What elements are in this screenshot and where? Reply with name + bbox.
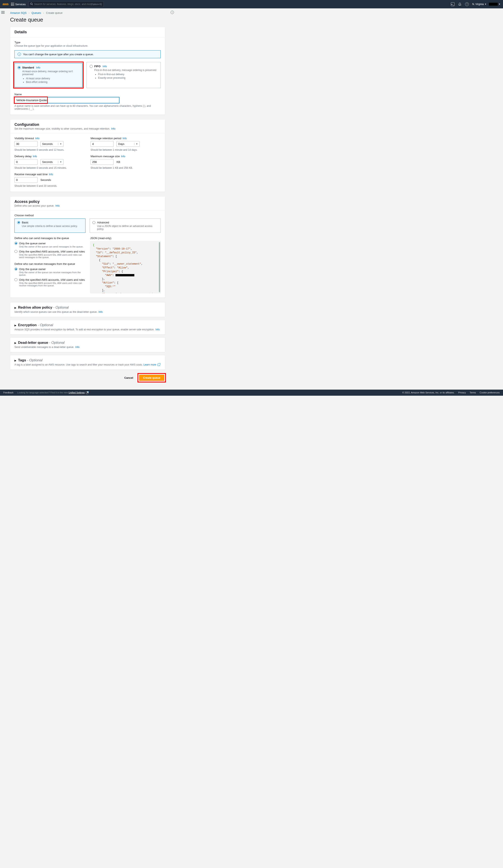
info-link[interactable]: Info bbox=[35, 137, 39, 140]
delivery-delay-input[interactable] bbox=[14, 159, 38, 165]
choose-method-label: Choose method bbox=[14, 214, 161, 217]
info-link[interactable]: Info bbox=[75, 346, 79, 349]
type-info-text: You can't change the queue type after yo… bbox=[23, 53, 94, 56]
caret-right-icon: ▶ bbox=[14, 324, 16, 327]
right-panel-toggle[interactable]: i bbox=[169, 8, 175, 390]
caret-down-icon: ▼ bbox=[485, 3, 486, 5]
seconds-label: Seconds bbox=[40, 178, 51, 182]
fifo-title: FIFO bbox=[94, 65, 101, 68]
access-info-link[interactable]: Info bbox=[55, 204, 60, 207]
type-label: Type bbox=[14, 41, 161, 44]
info-link[interactable]: Info bbox=[123, 137, 127, 140]
tags-panel: ▶ Tags - Optional A tag is a label assig… bbox=[10, 355, 165, 370]
visibility-timeout-field: Visibility timeout Info Seconds▼ Should … bbox=[14, 137, 85, 151]
feedback-link[interactable]: Feedback bbox=[3, 391, 13, 394]
receive-wait-time-input[interactable] bbox=[14, 177, 38, 183]
info-link[interactable]: Info bbox=[99, 310, 103, 313]
info-icon: i bbox=[18, 53, 21, 56]
caret-right-icon: ▶ bbox=[14, 306, 16, 309]
delivery-delay-field: Delivery delay Info Seconds▼ Should be b… bbox=[14, 155, 85, 169]
redrive-toggle[interactable]: ▶ Redrive allow policy - Optional bbox=[14, 306, 161, 310]
breadcrumb-queues[interactable]: Queues bbox=[31, 11, 41, 14]
unified-settings-link[interactable]: Unified Settings bbox=[69, 391, 85, 394]
left-panel-toggle[interactable] bbox=[0, 8, 6, 390]
aws-logo[interactable]: aws bbox=[2, 2, 9, 6]
chevron-right-icon: › bbox=[29, 11, 29, 14]
delivery-delay-unit[interactable]: Seconds▼ bbox=[40, 159, 63, 165]
create-highlight: Create queue bbox=[138, 374, 165, 382]
receive-specified-option[interactable]: Only the specified AWS accounts, IAM use… bbox=[14, 278, 85, 287]
notifications-icon[interactable] bbox=[458, 2, 462, 6]
radio-advanced[interactable] bbox=[92, 221, 95, 224]
svg-line-1 bbox=[32, 4, 33, 5]
method-advanced[interactable]: Advanced Use a JSON object to define an … bbox=[90, 219, 161, 233]
radio-send-owner[interactable] bbox=[14, 242, 17, 245]
send-header: Define who can send messages to the queu… bbox=[14, 237, 85, 240]
info-icon: i bbox=[171, 11, 174, 14]
cloudshell-icon[interactable]: ▸_ bbox=[451, 2, 455, 6]
learn-more-link[interactable]: Learn more bbox=[143, 363, 156, 366]
main-content: Amazon SQS › Queues › Create queue Creat… bbox=[6, 8, 169, 390]
details-panel: Details Type Choose the queue type for y… bbox=[10, 27, 165, 115]
fifo-info-link[interactable]: Info bbox=[103, 65, 107, 68]
standard-bullet: Best-effort ordering bbox=[26, 81, 79, 84]
configuration-panel: Configuration Set the maximum message si… bbox=[10, 119, 165, 192]
encryption-toggle[interactable]: ▶ Encryption - Optional bbox=[14, 323, 161, 327]
caret-down-icon: ▼ bbox=[499, 3, 501, 5]
redacted-arn bbox=[115, 274, 134, 276]
radio-standard[interactable] bbox=[18, 66, 21, 69]
radio-receive-specified[interactable] bbox=[14, 278, 17, 281]
queue-name-input[interactable] bbox=[14, 97, 119, 103]
top-nav: aws Services [Option+S] ▸_ ? N. Virginia… bbox=[0, 0, 503, 8]
region-selector[interactable]: N. Virginia ▼ bbox=[472, 3, 486, 6]
retention-period-input[interactable] bbox=[91, 141, 113, 147]
radio-send-specified[interactable] bbox=[14, 250, 17, 253]
max-message-size-input[interactable] bbox=[91, 159, 113, 165]
svg-point-0 bbox=[30, 3, 32, 4]
send-specified-option[interactable]: Only the specified AWS accounts, IAM use… bbox=[14, 250, 85, 259]
info-link[interactable]: Info bbox=[155, 328, 160, 331]
dlq-toggle[interactable]: ▶ Dead-letter queue - Optional bbox=[14, 341, 161, 345]
info-link[interactable]: Info bbox=[121, 155, 125, 158]
cancel-button[interactable]: Cancel bbox=[122, 375, 136, 381]
caret-down-icon: ▼ bbox=[58, 161, 62, 163]
retention-period-unit[interactable]: Days▼ bbox=[117, 141, 140, 147]
info-link[interactable]: Info bbox=[33, 155, 37, 158]
method-basic[interactable]: Basic Use simple criteria to define a ba… bbox=[14, 219, 85, 233]
scrollbar[interactable] bbox=[159, 242, 160, 292]
terms-link[interactable]: Terms bbox=[470, 391, 476, 394]
receive-owner-option[interactable]: Only the queue ownerOnly the owner of th… bbox=[14, 268, 85, 276]
radio-receive-owner[interactable] bbox=[14, 268, 17, 270]
config-heading: Configuration bbox=[14, 123, 161, 127]
external-link-icon bbox=[86, 392, 88, 394]
visibility-timeout-unit[interactable]: Seconds▼ bbox=[40, 141, 63, 147]
search-box[interactable]: [Option+S] bbox=[28, 1, 104, 7]
page-title: Create queue bbox=[10, 17, 165, 23]
receive-header: Define who can receive messages from the… bbox=[14, 262, 85, 266]
search-input[interactable] bbox=[34, 3, 91, 6]
standard-info-link[interactable]: Info bbox=[36, 66, 40, 69]
privacy-link[interactable]: Privacy bbox=[459, 391, 466, 394]
breadcrumb-sqs[interactable]: Amazon SQS bbox=[10, 11, 27, 14]
visibility-timeout-input[interactable] bbox=[14, 141, 38, 147]
access-options-column: Define who can send messages to the queu… bbox=[14, 237, 85, 293]
account-menu[interactable]: ▼ bbox=[489, 3, 501, 6]
create-queue-button[interactable]: Create queue bbox=[139, 375, 164, 381]
max-message-size-field: Maximum message size Info KB Should be b… bbox=[91, 155, 161, 169]
chevron-right-icon: › bbox=[43, 11, 44, 14]
help-icon[interactable]: ? bbox=[465, 2, 469, 6]
tags-toggle[interactable]: ▶ Tags - Optional bbox=[14, 358, 161, 362]
queue-type-fifo[interactable]: FIFO Info First-in-first-out delivery, m… bbox=[87, 62, 161, 88]
receive-wait-time-field: Receive message wait time Info Seconds S… bbox=[14, 173, 85, 187]
info-link[interactable]: Info bbox=[49, 173, 53, 176]
radio-fifo[interactable] bbox=[90, 65, 93, 68]
send-owner-option[interactable]: Only the queue ownerOnly the owner of th… bbox=[14, 242, 85, 248]
cookie-link[interactable]: Cookie preferences bbox=[480, 391, 500, 394]
config-info-link[interactable]: Info bbox=[111, 127, 115, 130]
services-menu[interactable]: Services bbox=[11, 3, 26, 6]
json-readonly-box: { "Version": "2008-10-17", "Id": "__defa… bbox=[90, 241, 161, 293]
radio-basic[interactable] bbox=[17, 221, 20, 224]
external-link-icon bbox=[158, 364, 160, 366]
details-heading: Details bbox=[14, 30, 161, 34]
queue-type-standard[interactable]: Standard Info At-least-once delivery, me… bbox=[14, 63, 82, 87]
